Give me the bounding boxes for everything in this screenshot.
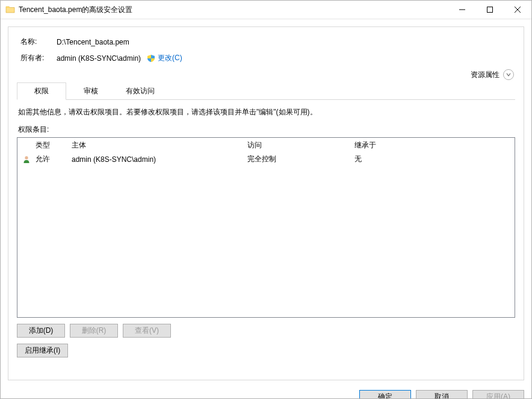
folder-icon bbox=[5, 5, 15, 14]
expand-resource-button[interactable] bbox=[503, 69, 514, 80]
view-button: 查看(V) bbox=[123, 324, 171, 338]
owner-label: 所有者: bbox=[20, 53, 57, 63]
enable-inheritance-button[interactable]: 启用继承(I) bbox=[17, 344, 68, 357]
inner-panel: 名称: D:\Tencent_baota.pem 所有者: admin (K8S… bbox=[8, 26, 524, 380]
owner-row: 所有者: admin (K8S-SYNC\admin) 更改(C) bbox=[17, 53, 515, 63]
entry-type: 允许 bbox=[36, 154, 72, 164]
col-icon bbox=[22, 140, 36, 150]
window-title: Tencent_baota.pem的高级安全设置 bbox=[19, 5, 448, 15]
svg-point-4 bbox=[25, 156, 28, 159]
entry-access: 完全控制 bbox=[247, 154, 354, 164]
title-bar: Tencent_baota.pem的高级安全设置 bbox=[1, 1, 531, 19]
permission-entry-row[interactable]: 允许 admin (K8S-SYNC\admin) 完全控制 无 bbox=[17, 153, 515, 165]
window-controls bbox=[448, 1, 531, 19]
close-button[interactable] bbox=[504, 1, 531, 19]
ok-button[interactable]: 确定 bbox=[359, 390, 411, 399]
owner-value: admin (K8S-SYNC\admin) bbox=[57, 54, 141, 63]
remove-button: 删除(R) bbox=[70, 324, 118, 338]
resource-label: 资源属性 bbox=[471, 70, 500, 80]
name-label: 名称: bbox=[20, 37, 57, 47]
dialog-footer: 确定 取消 应用(A) bbox=[1, 388, 531, 399]
tab-audit[interactable]: 审核 bbox=[66, 82, 116, 99]
list-header: 类型 主体 访问 继承于 bbox=[17, 138, 515, 153]
apply-button: 应用(A) bbox=[472, 390, 524, 399]
user-icon bbox=[22, 155, 36, 164]
col-inherit-header[interactable]: 继承于 bbox=[354, 140, 510, 150]
cancel-button[interactable]: 取消 bbox=[416, 390, 468, 399]
tab-bar: 权限 审核 有效访问 bbox=[17, 82, 515, 100]
add-button[interactable]: 添加(D) bbox=[17, 324, 65, 338]
entry-inherit: 无 bbox=[354, 154, 510, 164]
maximize-button[interactable] bbox=[476, 1, 504, 19]
instruction-text: 如需其他信息，请双击权限项目。若要修改权限项目，请选择该项目并单击"编辑"(如果… bbox=[17, 107, 515, 117]
tab-permissions[interactable]: 权限 bbox=[17, 82, 66, 100]
entry-buttons-row: 添加(D) 删除(R) 查看(V) bbox=[17, 324, 515, 338]
tab-effective-access[interactable]: 有效访问 bbox=[116, 82, 165, 99]
resource-row: 资源属性 bbox=[17, 69, 515, 80]
minimize-button[interactable] bbox=[448, 1, 476, 19]
content-area: 名称: D:\Tencent_baota.pem 所有者: admin (K8S… bbox=[1, 19, 531, 388]
svg-rect-1 bbox=[487, 7, 493, 13]
shield-icon bbox=[147, 54, 155, 63]
change-owner-link[interactable]: 更改(C) bbox=[158, 53, 182, 63]
col-access-header[interactable]: 访问 bbox=[247, 140, 354, 150]
permission-entries-list: 类型 主体 访问 继承于 允许 admin (K8S-SYNC\admin) 完… bbox=[17, 137, 515, 318]
col-principal-header[interactable]: 主体 bbox=[72, 140, 247, 150]
entries-label: 权限条目: bbox=[17, 125, 515, 135]
inherit-buttons-row: 启用继承(I) bbox=[17, 344, 515, 357]
entry-principal: admin (K8S-SYNC\admin) bbox=[72, 155, 247, 164]
name-value: D:\Tencent_baota.pem bbox=[57, 38, 129, 46]
col-type-header[interactable]: 类型 bbox=[36, 140, 72, 150]
name-row: 名称: D:\Tencent_baota.pem bbox=[17, 33, 515, 47]
